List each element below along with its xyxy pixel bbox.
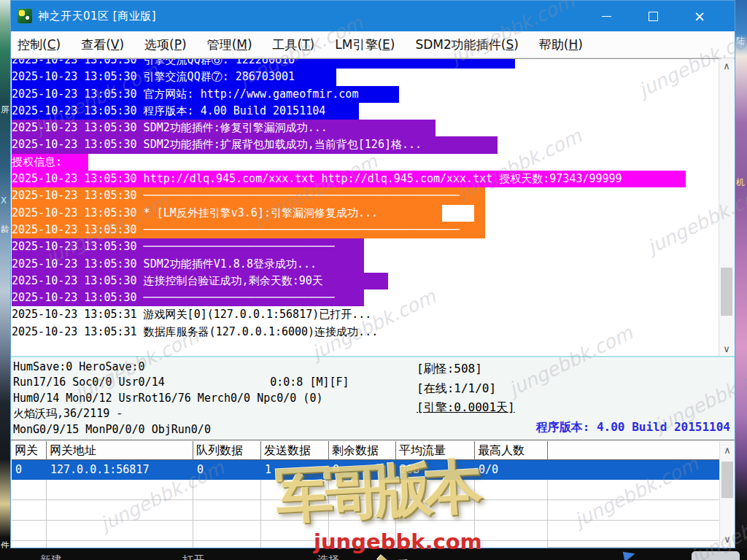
menu-options[interactable]: 选项(P)	[134, 36, 197, 53]
log-line: 2025-10-23 13:05:30 http://dlq.945.com/x…	[12, 171, 719, 187]
menu-tools[interactable]: 工具(T)	[263, 36, 325, 53]
cell-gateway-addr: 127.0.0.1:56817	[47, 460, 193, 480]
background-glyph: 屏	[1, 104, 9, 116]
background-glyph: 机	[736, 176, 745, 189]
log-line: 授权信息:	[12, 154, 719, 171]
table-row-empty[interactable]	[12, 521, 719, 541]
scroll-down-icon[interactable]: ∨	[720, 532, 735, 546]
menu-sdm2-plugin[interactable]: SDM2功能插件(S)	[405, 36, 528, 53]
table-row-selected[interactable]: 0 127.0.0.1:56817 0 1 0 20b 0/0	[12, 460, 719, 480]
background-new-button[interactable]: 新建	[40, 552, 62, 560]
engine-uptime: [引擎:0.0001天]	[417, 398, 515, 418]
log-highlight-gap	[442, 205, 474, 222]
status-counters: HumSave:0 HeroSave:0 Run17/16 Soc0/0 Usr…	[13, 359, 349, 438]
cell-queue-data: 0	[193, 460, 261, 480]
background-open-button[interactable]: 打开	[182, 552, 204, 560]
scroll-up-icon[interactable]: ∧	[719, 58, 734, 73]
log-line: 2025-10-23 13:05:30 SDM2功能插件:修复引擎漏洞成功...	[12, 120, 719, 136]
scroll-down-icon[interactable]: ∨	[719, 341, 734, 356]
background-glyph: X	[1, 195, 7, 206]
log-line: 2025-10-23 13:05:31 数据库服务器(127.0.0.1:600…	[12, 324, 719, 341]
log-line: 2025-10-23 13:05:30 * [LM反外挂引擎v3.6]:引擎漏洞…	[12, 205, 719, 222]
status-summary: [刷怪:508] [在线:1/1/0] [引擎:0.0001天]	[417, 359, 515, 418]
menu-view[interactable]: 查看(V)	[71, 36, 134, 53]
log-line: 2025-10-23 13:05:30 官方网站: http://www.gam…	[12, 86, 719, 103]
log-line: 2025-10-23 13:05:31 游戏网关[0](127.0.0.1:56…	[12, 306, 719, 323]
status-line: MonG0/9/15 MonP0/0/0 ObjRun0/0	[13, 422, 349, 438]
background-glyph: 陆	[736, 35, 745, 47]
menu-manage[interactable]: 管理(M)	[197, 36, 263, 53]
column-header-filler	[548, 441, 719, 460]
log-line: 2025-10-23 13:05:30 引擎交流QQ群⑥: 122260616	[12, 59, 719, 69]
plane-icon	[623, 549, 637, 560]
program-version: 程序版本: 4.00 Build 20151104	[536, 420, 730, 435]
background-glyph: 龄	[1, 223, 9, 236]
table-row-empty[interactable]	[12, 541, 719, 548]
minimize-icon	[602, 16, 611, 17]
log-highlight-fragment	[474, 205, 485, 222]
status-line: HumSave:0 HeroSave:0	[13, 359, 349, 375]
cell-max-players: 0/0	[475, 460, 548, 480]
column-header[interactable]: 网关	[12, 441, 47, 460]
column-header[interactable]: 最高人数	[475, 441, 548, 460]
titlebar[interactable]: 神之开天01区 [商业版] ×	[11, 1, 735, 31]
log-line: 2025-10-23 13:05:30 连接控制台验证成功,剩余天数:90天	[12, 273, 719, 289]
background-select-button[interactable]: 选择	[317, 552, 339, 560]
log-line: 2025-10-23 13:05:30 程序版本: 4.00 Build 201…	[12, 103, 719, 120]
log-line: 2025-10-23 13:05:30 SDM2功能插件:扩展背包加载成功,当前…	[12, 136, 719, 153]
log-line: 2025-10-23 13:05:30 ────────────────────…	[12, 289, 719, 306]
gateway-table: 网关 网关地址 队列数据 发送数据 剩余数据 平均流量 最高人数 0 127.0…	[11, 440, 735, 548]
log-line: 2025-10-23 13:05:30 ────────────────────…	[12, 222, 719, 238]
status-line: Run17/16 Soc0/0 Usr0/14 0:0:8 [M][F]	[13, 375, 349, 390]
column-header[interactable]: 平均流量	[396, 441, 475, 460]
table-row-empty[interactable]	[12, 480, 719, 500]
log-panel[interactable]: 2025-10-23 13:05:30 引擎交流QQ群⑥: 122260616 …	[11, 58, 735, 357]
monster-refresh-count: [刷怪:508]	[417, 359, 515, 379]
column-header[interactable]: 剩余数据	[329, 441, 396, 460]
desktop-right-edge: 陆 机	[735, 0, 747, 560]
server-window: 神之开天01区 [商业版] × 控制(C) 查看(V) 选项(P) 管理(M) …	[10, 0, 735, 548]
cell-avg-flow: 20b	[396, 460, 475, 480]
maximize-button[interactable]	[630, 1, 676, 31]
cell-gateway-id: 0	[12, 460, 47, 480]
table-row-empty[interactable]	[12, 500, 719, 521]
log-scrollbar[interactable]: ∧ ∨	[719, 58, 734, 356]
table-scrollbar[interactable]: ∧ ∨	[719, 441, 735, 548]
scrollbar-thumb[interactable]	[721, 268, 732, 316]
screen: 屏 X 龄 件 陆 机 新建 打开 选择 神之开天01区 [商业版] × 控制(…	[0, 0, 747, 560]
close-button[interactable]: ×	[676, 1, 723, 31]
column-header[interactable]: 发送数据	[261, 441, 329, 460]
status-panel: HumSave:0 HeroSave:0 Run17/16 Soc0/0 Usr…	[11, 356, 735, 440]
background-window-toolbar: 新建 打开 选择	[0, 548, 747, 560]
online-count: [在线:1/1/0]	[417, 379, 515, 399]
table-header: 网关 网关地址 队列数据 发送数据 剩余数据 平均流量 最高人数	[12, 441, 719, 460]
menu-lm-engine[interactable]: LM引擎(E)	[325, 36, 405, 53]
minimize-button[interactable]	[583, 1, 630, 31]
cell-sent-data: 1	[261, 460, 329, 480]
menu-control[interactable]: 控制(C)	[11, 36, 71, 53]
log-line: 2025-10-23 13:05:30 SDM2功能插件V1.8.8登录成功..…	[12, 256, 719, 273]
scrollbar-thumb[interactable]	[721, 462, 733, 498]
column-header[interactable]: 队列数据	[193, 441, 261, 460]
maximize-icon	[649, 12, 658, 21]
scroll-up-icon[interactable]: ∧	[720, 443, 735, 457]
log-lines: 2025-10-23 13:05:30 引擎交流QQ群⑥: 122260616 …	[12, 59, 719, 357]
menu-bar: 控制(C) 查看(V) 选项(P) 管理(M) 工具(T) LM引擎(E) SD…	[11, 31, 735, 58]
window-title: 神之开天01区 [商业版]	[38, 9, 156, 23]
status-line: 火焰沃玛,36/2119 -	[13, 406, 349, 421]
column-header[interactable]: 网关地址	[47, 441, 193, 460]
app-icon	[18, 9, 32, 23]
desktop-left-edge: 屏 X 龄 件	[0, 0, 10, 560]
menu-help[interactable]: 帮助(H)	[529, 36, 593, 53]
log-line: 2025-10-23 13:05:30 ────────────────────…	[12, 238, 719, 255]
status-line: Hum0/14 Mon0/12 UsrRot16/76 Merch0/0 Npc…	[13, 391, 349, 406]
background-shape	[692, 551, 740, 560]
log-line: 2025-10-23 13:05:30 ────────────────────…	[12, 187, 719, 204]
log-line: 2025-10-23 13:05:30 引擎交流QQ群⑦: 286703001	[12, 69, 719, 85]
cell-remaining: 0	[329, 460, 396, 480]
